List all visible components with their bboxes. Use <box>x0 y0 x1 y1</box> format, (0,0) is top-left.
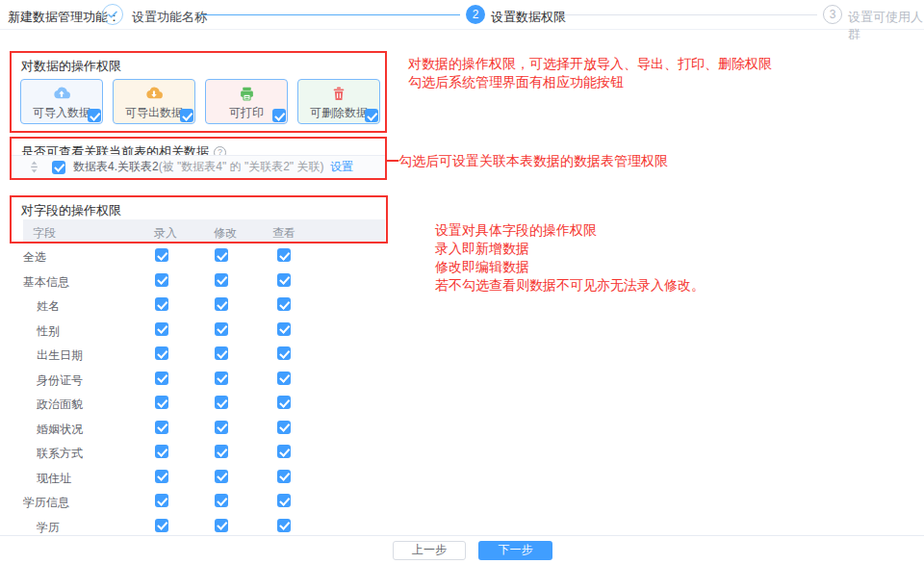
view-checkbox[interactable] <box>277 421 291 434</box>
modify-checkbox[interactable] <box>215 322 228 336</box>
entry-checkbox[interactable] <box>155 297 168 311</box>
modify-checkbox[interactable] <box>215 445 228 458</box>
permission-card[interactable]: 可打印 <box>205 79 288 124</box>
related-table-note: (被 "数据表4" 的 "关联表2" 关联) <box>159 159 324 175</box>
field-permissions-title: 对字段的操作权限 <box>21 202 121 219</box>
related-table-name: 数据表4.关联表2 <box>73 159 159 175</box>
col-modify: 修改 <box>214 225 237 242</box>
table-row: 政治面貌 <box>23 391 385 416</box>
view-checkbox[interactable] <box>277 346 291 360</box>
trash-icon <box>331 84 346 103</box>
table-row: 婚姻状况 <box>23 416 385 441</box>
table-row: 身份证号 <box>23 367 385 392</box>
next-step-button[interactable]: 下一步 <box>478 541 552 560</box>
field-row-label: 性别 <box>37 323 60 340</box>
permission-card-checkbox[interactable] <box>272 109 286 122</box>
table-row: 基本信息 <box>23 269 385 294</box>
field-row-label: 基本信息 <box>23 274 69 291</box>
wizard-footer: 上一步 下一步 <box>0 535 924 564</box>
entry-checkbox[interactable] <box>155 322 168 336</box>
entry-checkbox[interactable] <box>155 494 168 507</box>
cloud-download-icon <box>144 84 164 103</box>
prev-step-button[interactable]: 上一步 <box>393 541 466 560</box>
field-row-label: 学历 <box>37 520 60 536</box>
step3-number-badge: 3 <box>823 5 842 24</box>
modify-checkbox[interactable] <box>215 346 228 360</box>
view-checkbox[interactable] <box>277 470 291 483</box>
view-checkbox[interactable] <box>277 297 291 311</box>
permission-card[interactable]: 可导入数据 <box>20 79 103 124</box>
field-row-label: 出生日期 <box>37 347 83 364</box>
related-table-checkbox[interactable] <box>52 161 65 174</box>
stepper-line-pending <box>557 14 817 15</box>
entry-checkbox[interactable] <box>155 248 168 262</box>
entry-checkbox[interactable] <box>155 445 168 458</box>
stepper-line-done <box>198 14 460 15</box>
view-checkbox[interactable] <box>277 322 291 336</box>
annotation-field-permissions: 设置对具体字段的操作权限 录入即新增数据 修改即编辑数据 若不勾选查看则数据不可… <box>435 221 705 295</box>
data-permissions-title: 对数据的操作权限 <box>21 58 121 75</box>
entry-checkbox[interactable] <box>155 519 168 532</box>
permission-card-label: 可导入数据 <box>33 105 90 121</box>
col-entry: 录入 <box>154 225 177 242</box>
col-view: 查看 <box>272 225 295 242</box>
step2-label: 设置数据权限 <box>491 9 566 26</box>
modify-checkbox[interactable] <box>215 421 228 434</box>
entry-checkbox[interactable] <box>155 273 168 287</box>
view-checkbox[interactable] <box>277 445 291 458</box>
field-row-label: 婚姻状况 <box>37 422 83 438</box>
step3-label: 设置可使用人群 <box>848 9 924 43</box>
entry-checkbox[interactable] <box>155 396 168 409</box>
modify-checkbox[interactable] <box>215 273 228 287</box>
modify-checkbox[interactable] <box>215 297 228 311</box>
annotation-data-permissions: 对数据的操作权限，可选择开放导入、导出、打印、删除权限 勾选后系统管理界面有相应… <box>408 55 772 91</box>
annotation-connector-line <box>387 160 398 162</box>
step1-done-check-icon <box>102 4 123 25</box>
drag-handle-icon[interactable] <box>29 161 39 173</box>
table-row: 全选 <box>23 244 385 269</box>
view-checkbox[interactable] <box>277 248 291 262</box>
related-table-row: 数据表4.关联表2 (被 "数据表4" 的 "关联表2" 关联) 设置 <box>12 155 385 178</box>
modify-checkbox[interactable] <box>215 372 228 385</box>
step2-number-badge: 2 <box>466 5 485 24</box>
field-row-label: 政治面貌 <box>37 397 83 413</box>
view-checkbox[interactable] <box>277 396 291 409</box>
permission-card-checkbox[interactable] <box>365 109 378 122</box>
permission-card-checkbox[interactable] <box>180 109 193 122</box>
view-checkbox[interactable] <box>277 273 291 287</box>
entry-checkbox[interactable] <box>155 346 168 360</box>
field-table-body: 全选 基本信息 姓名 性别 出生日期 身份证号 政治面貌 婚姻状况 <box>23 244 385 538</box>
cloud-upload-icon <box>52 84 71 103</box>
entry-checkbox[interactable] <box>155 421 168 434</box>
col-field: 字段 <box>33 225 56 242</box>
modify-checkbox[interactable] <box>215 494 228 507</box>
field-row-label: 全选 <box>23 249 46 266</box>
field-table-header: 字段 录入 修改 查看 <box>23 219 385 244</box>
field-row-label: 学历信息 <box>23 495 69 511</box>
permission-card[interactable]: 可删除数据 <box>297 79 380 124</box>
related-table-settings-link[interactable]: 设置 <box>330 159 353 175</box>
field-row-label: 现住址 <box>37 471 71 487</box>
table-row: 学历信息 <box>23 489 385 514</box>
permission-card-checkbox[interactable] <box>88 109 101 122</box>
field-row-label: 联系方式 <box>37 446 83 462</box>
view-checkbox[interactable] <box>277 519 291 532</box>
modify-checkbox[interactable] <box>215 396 228 409</box>
view-checkbox[interactable] <box>277 494 291 507</box>
table-row: 出生日期 <box>23 342 385 367</box>
permission-card-label: 可删除数据 <box>310 105 368 121</box>
step1-label: 设置功能名称 <box>132 9 207 26</box>
printer-icon <box>239 84 255 103</box>
permission-card[interactable]: 可导出数据 <box>113 79 195 124</box>
field-row-label: 身份证号 <box>37 372 83 389</box>
view-checkbox[interactable] <box>277 372 291 385</box>
entry-checkbox[interactable] <box>155 470 168 483</box>
permission-card-label: 可导出数据 <box>125 105 183 121</box>
modify-checkbox[interactable] <box>215 470 228 483</box>
table-row: 现住址 <box>23 465 385 490</box>
entry-checkbox[interactable] <box>155 372 168 385</box>
modify-checkbox[interactable] <box>215 248 228 262</box>
data-permission-cards: 可导入数据 可导出数据 可打印 可删除数据 <box>20 79 380 124</box>
modify-checkbox[interactable] <box>215 519 228 532</box>
table-row: 姓名 <box>23 293 385 318</box>
